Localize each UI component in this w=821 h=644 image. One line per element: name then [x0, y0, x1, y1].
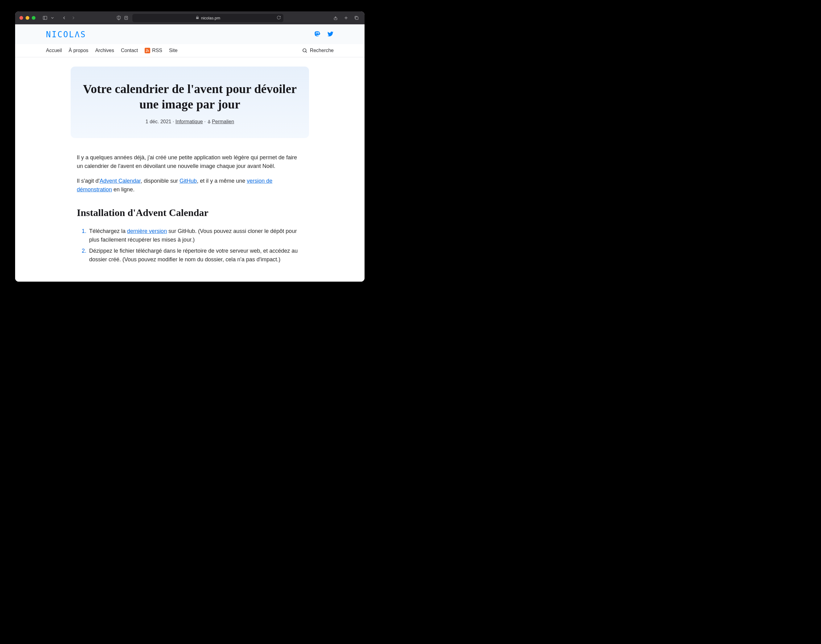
svg-rect-9 [355, 17, 358, 20]
svg-rect-0 [43, 16, 47, 20]
nav-rss[interactable]: RSS [145, 48, 162, 53]
lock-icon [195, 16, 199, 20]
svg-line-12 [306, 51, 307, 53]
rss-icon [145, 48, 150, 53]
twitter-link[interactable] [327, 31, 334, 38]
site-header: NICOLΛS [15, 25, 364, 44]
nav-archives[interactable]: Archives [95, 48, 114, 53]
nav-contact[interactable]: Contact [121, 48, 138, 53]
svg-point-11 [303, 49, 306, 52]
article-hero: Votre calendrier de l'avent pour dévoile… [71, 67, 309, 138]
shield-icon[interactable] [116, 14, 121, 22]
paragraph: Il s'agit d'Advent Calendar, disponible … [77, 177, 303, 194]
format-icon[interactable] [124, 14, 129, 22]
minimize-window-button[interactable] [26, 16, 29, 20]
link-latest-release[interactable]: dernière version [127, 228, 167, 234]
search-label: Recherche [310, 48, 334, 53]
article-category[interactable]: Informatique [175, 119, 203, 124]
main-nav: Accueil À propos Archives Contact RSS Si… [15, 44, 364, 57]
article-title: Votre calendrier de l'avent pour dévoile… [83, 81, 297, 112]
list-item: Dézippez le fichier téléchargé dans le r… [88, 247, 303, 264]
nav-rss-label: RSS [152, 48, 162, 53]
nav-site[interactable]: Site [169, 48, 178, 53]
sidebar-toggle-button[interactable] [41, 14, 49, 22]
close-window-button[interactable] [19, 16, 23, 20]
nav-about[interactable]: À propos [69, 48, 89, 53]
svg-point-13 [209, 120, 209, 121]
link-github[interactable]: GitHub [180, 178, 197, 184]
article-permalink[interactable]: Permalien [212, 119, 234, 124]
forward-button[interactable] [69, 14, 77, 22]
titlebar: nicolas.pm [15, 11, 364, 25]
article-meta: 1 déc. 2021 · Informatique · Permalien [83, 119, 297, 125]
browser-window: nicolas.pm NICOLΛS [15, 11, 364, 282]
back-button[interactable] [60, 14, 68, 22]
tabs-overview-button[interactable] [352, 14, 361, 22]
svg-point-10 [146, 51, 147, 52]
search-button[interactable]: Recherche [302, 48, 334, 53]
address-bar[interactable]: nicolas.pm [132, 14, 283, 22]
reload-button[interactable] [277, 15, 281, 21]
zoom-window-button[interactable] [32, 16, 35, 20]
article-body: Il y a quelques années déjà, j'ai créé u… [77, 153, 303, 264]
link-advent-calendar[interactable]: Advent Calendar [100, 178, 141, 184]
new-tab-button[interactable] [342, 14, 350, 22]
page-content: NICOLΛS Accueil À propos Archives Contac… [15, 25, 364, 282]
article-date: 1 déc. 2021 [146, 119, 171, 124]
mastodon-link[interactable] [314, 31, 320, 38]
url-text: nicolas.pm [201, 16, 220, 20]
list-item: Téléchargez la dernière version sur GitH… [88, 227, 303, 244]
social-links [314, 31, 334, 38]
anchor-icon [207, 120, 211, 125]
search-icon [302, 48, 307, 53]
site-logo[interactable]: NICOLΛS [46, 29, 86, 40]
section-heading: Installation d'Advent Calendar [77, 205, 303, 221]
nav-home[interactable]: Accueil [46, 48, 62, 53]
chevron-down-icon[interactable] [50, 14, 55, 22]
window-controls [19, 16, 35, 20]
share-button[interactable] [332, 14, 340, 22]
paragraph: Il y a quelques années déjà, j'ai créé u… [77, 153, 303, 171]
